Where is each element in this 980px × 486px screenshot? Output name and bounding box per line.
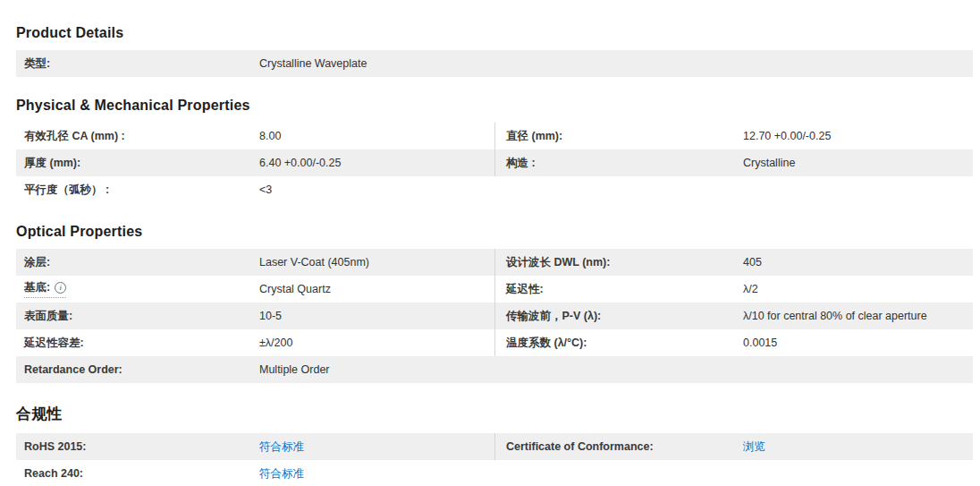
physical-mechanical-table: 有效孔径 CA (mm) : 8.00 直径 (mm): 12.70 +0.00… <box>16 123 973 203</box>
spec-value-clear-aperture: 8.00 <box>259 130 281 142</box>
spec-value-retardance-order: Multiple Order <box>259 363 330 376</box>
certificate-view-link[interactable]: 浏览 <box>743 440 765 453</box>
spec-pair: 厚度 (mm): 6.40 +0.00/-0.25 <box>16 149 494 176</box>
spec-value-parallelism: <3 <box>259 183 272 196</box>
spec-pair-empty <box>494 50 973 77</box>
table-row: Reach 240: 符合标准 <box>16 460 973 486</box>
spec-pair: 基底: i Crystal Quartz <box>16 276 494 303</box>
spec-pair: 温度系数 (λ/°C): 0.0015 <box>494 329 973 356</box>
section-title-product-details: Product Details <box>16 25 973 41</box>
table-row: 延迟性容差: ±λ/200 温度系数 (λ/°C): 0.0015 <box>16 329 973 356</box>
spec-value-surface-quality: 10-5 <box>259 310 282 322</box>
spec-label-construction: 构造 : <box>495 156 743 171</box>
spec-pair: Reach 240: 符合标准 <box>16 460 494 486</box>
spec-value-design-wavelength: 405 <box>743 256 762 269</box>
spec-label-parallelism: 平行度（弧秒） : <box>16 183 259 198</box>
spec-label-retardance-tolerance: 延迟性容差: <box>16 336 259 351</box>
section-title-physical-mechanical: Physical & Mechanical Properties <box>16 98 973 114</box>
spec-value-substrate: Crystal Quartz <box>259 283 331 295</box>
spec-label-retardance: 延迟性: <box>495 282 743 297</box>
spec-pair: 传输波前，P-V (λ): λ/10 for central 80% of cl… <box>494 303 973 329</box>
spec-label-clear-aperture: 有效孔径 CA (mm) : <box>16 129 259 144</box>
table-row: 有效孔径 CA (mm) : 8.00 直径 (mm): 12.70 +0.00… <box>16 123 973 149</box>
spec-value-coating: Laser V-Coat (405nm) <box>259 256 369 269</box>
section-title-compliance: 合规性 <box>16 404 973 424</box>
info-icon[interactable]: i <box>55 282 66 294</box>
spec-value-diameter: 12.70 +0.00/-0.25 <box>743 130 831 142</box>
spec-pair: 设计波长 DWL (nm): 405 <box>494 249 973 276</box>
spec-value-retardance: λ/2 <box>743 283 758 295</box>
spec-pair: 涂层: Laser V-Coat (405nm) <box>16 249 494 276</box>
spec-pair: 有效孔径 CA (mm) : 8.00 <box>16 123 494 149</box>
rohs-compliant-link[interactable]: 符合标准 <box>259 440 304 453</box>
spec-value-thickness: 6.40 +0.00/-0.25 <box>259 157 341 169</box>
product-spec-page: Product Details 类型: Crystalline Waveplat… <box>0 0 980 486</box>
table-row: 类型: Crystalline Waveplate <box>16 50 973 77</box>
section-optical: Optical Properties 涂层: Laser V-Coat (405… <box>16 224 973 383</box>
spec-value-transmitted-wavefront: λ/10 for central 80% of clear aperture <box>743 310 927 322</box>
spec-value-type: Crystalline Waveplate <box>259 57 367 70</box>
reach-compliant-link[interactable]: 符合标准 <box>259 467 304 480</box>
spec-pair: 直径 (mm): 12.70 +0.00/-0.25 <box>494 123 973 149</box>
spec-label-diameter: 直径 (mm): <box>495 129 743 144</box>
product-details-table: 类型: Crystalline Waveplate <box>16 50 973 77</box>
table-row: 基底: i Crystal Quartz 延迟性: λ/2 <box>16 276 973 303</box>
spec-label-type: 类型: <box>16 56 259 72</box>
spec-value-temperature-coefficient: 0.0015 <box>743 337 777 349</box>
spec-label-rohs: RoHS 2015: <box>16 440 259 453</box>
spec-pair: 表面质量: 10-5 <box>16 303 494 329</box>
table-row: 涂层: Laser V-Coat (405nm) 设计波长 DWL (nm): … <box>16 249 973 276</box>
spec-value-retardance-tolerance: ±λ/200 <box>259 337 292 349</box>
spec-label-substrate-text: 基底: <box>24 280 50 295</box>
table-row: 表面质量: 10-5 传输波前，P-V (λ): λ/10 for centra… <box>16 303 973 329</box>
spec-label-reach: Reach 240: <box>16 467 259 480</box>
section-compliance: 合规性 RoHS 2015: 符合标准 Certificate of Confo… <box>16 404 973 486</box>
table-row: RoHS 2015: 符合标准 Certificate of Conforman… <box>16 433 973 460</box>
substrate-tooltip-trigger[interactable]: 基底: i <box>24 280 66 298</box>
spec-pair: 延迟性容差: ±λ/200 <box>16 329 494 356</box>
spec-pair-empty <box>494 176 973 203</box>
spec-label-transmitted-wavefront: 传输波前，P-V (λ): <box>495 309 743 324</box>
spec-pair-empty <box>494 460 973 486</box>
spec-label-coating: 涂层: <box>16 255 259 270</box>
spec-pair: Retardance Order: Multiple Order <box>16 356 494 383</box>
spec-value-construction: Crystalline <box>743 157 795 169</box>
spec-pair: RoHS 2015: 符合标准 <box>16 433 494 460</box>
compliance-table: RoHS 2015: 符合标准 Certificate of Conforman… <box>16 433 973 486</box>
table-row: 厚度 (mm): 6.40 +0.00/-0.25 构造 : Crystalli… <box>16 149 973 176</box>
spec-label-substrate: 基底: i <box>16 280 259 298</box>
section-physical-mechanical: Physical & Mechanical Properties 有效孔径 CA… <box>16 98 973 203</box>
spec-label-thickness: 厚度 (mm): <box>16 156 259 171</box>
section-product-details: Product Details 类型: Crystalline Waveplat… <box>16 25 973 77</box>
spec-pair: 类型: Crystalline Waveplate <box>16 50 494 77</box>
table-row: 平行度（弧秒） : <3 <box>16 176 973 203</box>
spec-label-design-wavelength: 设计波长 DWL (nm): <box>495 255 743 270</box>
section-title-optical: Optical Properties <box>16 224 973 240</box>
spec-label-certificate-of-conformance: Certificate of Conformance: <box>495 440 743 453</box>
spec-pair: 延迟性: λ/2 <box>494 276 973 303</box>
spec-label-temperature-coefficient: 温度系数 (λ/°C): <box>495 336 743 351</box>
spec-pair-empty <box>494 356 973 383</box>
table-row: Retardance Order: Multiple Order <box>16 356 973 383</box>
optical-table: 涂层: Laser V-Coat (405nm) 设计波长 DWL (nm): … <box>16 249 973 383</box>
spec-pair: 构造 : Crystalline <box>494 149 973 176</box>
spec-label-retardance-order: Retardance Order: <box>16 363 259 376</box>
spec-label-surface-quality: 表面质量: <box>16 309 259 324</box>
spec-pair: Certificate of Conformance: 浏览 <box>494 433 973 460</box>
spec-pair: 平行度（弧秒） : <3 <box>16 176 494 203</box>
